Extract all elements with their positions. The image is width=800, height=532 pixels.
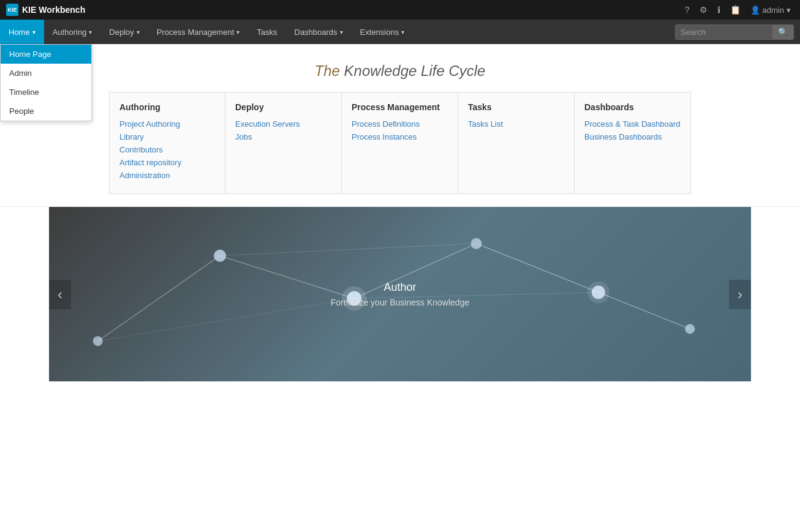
kg-col-deploy-title: Deploy	[235, 102, 331, 112]
link-process-task-dashboard[interactable]: Process & Task Dashboard	[584, 119, 681, 129]
process-management-caret-icon: ▾	[236, 29, 240, 36]
title-main: Knowledge Life Cycle	[344, 62, 486, 79]
link-execution-servers[interactable]: Execution Servers	[235, 119, 331, 129]
carousel-prev-icon: ‹	[58, 286, 62, 302]
link-business-dashboards[interactable]: Business Dashboards	[584, 132, 681, 141]
search-input[interactable]	[675, 24, 773, 40]
top-bar: KIE KIE Workbench ? ⚙ ℹ 📋 👤 admin ▾	[0, 0, 800, 20]
dashboards-caret-icon: ▾	[340, 29, 343, 36]
deploy-caret-icon: ▾	[137, 29, 140, 36]
carousel-next-button[interactable]: ›	[729, 280, 751, 309]
carousel: ‹ Author Formalize your Business Knowled…	[49, 207, 751, 381]
user-icon: 👤	[750, 6, 760, 15]
kg-col-authoring: Authoring Project Authoring Library Cont…	[109, 92, 225, 194]
nav-item-home[interactable]: Home ▾ Home Page Admin Timeline People	[0, 20, 44, 44]
kg-col-process-management: Process Management Process Definitions P…	[342, 92, 458, 194]
link-project-authoring[interactable]: Project Authoring	[119, 119, 215, 129]
user-label: admin	[763, 6, 784, 15]
home-dropdown-menu: Home Page Admin Timeline People	[0, 44, 92, 121]
kg-col-process-management-title: Process Management	[352, 102, 448, 112]
nav-item-extensions[interactable]: Extensions ▾	[352, 20, 413, 44]
search-bar: 🔍	[669, 20, 800, 44]
user-caret-icon: ▾	[787, 6, 791, 15]
link-library[interactable]: Library	[119, 132, 215, 141]
carousel-content: Author Formalize your Business Knowledge	[331, 281, 469, 307]
nav-item-deploy[interactable]: Deploy ▾	[100, 20, 148, 44]
user-menu[interactable]: 👤 admin ▾	[747, 4, 794, 16]
nav-item-tasks[interactable]: Tasks	[248, 20, 285, 44]
nav-item-process-management[interactable]: Process Management ▾	[148, 20, 248, 44]
clipboard-icon[interactable]: 📋	[727, 4, 744, 16]
carousel-next-icon: ›	[738, 286, 742, 302]
nav-authoring-label: Authoring	[53, 28, 87, 37]
nav-extensions-label: Extensions	[360, 28, 399, 37]
home-dropdown-timeline[interactable]: Timeline	[1, 83, 91, 102]
link-jobs[interactable]: Jobs	[235, 132, 331, 141]
navbar: Home ▾ Home Page Admin Timeline People A…	[0, 20, 800, 44]
authoring-caret-icon: ▾	[89, 29, 92, 36]
link-contributors[interactable]: Contributors	[119, 145, 215, 154]
carousel-subtitle: Formalize your Business Knowledge	[331, 298, 469, 307]
title-the: The	[315, 62, 344, 79]
nav-tasks-label: Tasks	[257, 28, 277, 37]
link-artifact-repository[interactable]: Artifact repository	[119, 158, 215, 167]
top-bar-icons: ? ⚙ ℹ 📋 👤 admin ▾	[682, 4, 794, 16]
app-title: KIE Workbench	[22, 5, 85, 15]
link-administration[interactable]: Administration	[119, 171, 215, 180]
link-process-instances[interactable]: Process Instances	[352, 132, 448, 141]
nav-deploy-label: Deploy	[109, 28, 134, 37]
extensions-caret-icon: ▾	[401, 29, 404, 36]
home-dropdown-homepage[interactable]: Home Page	[1, 45, 91, 64]
carousel-title: Author	[331, 281, 469, 294]
knowledge-grid: Authoring Project Authoring Library Cont…	[0, 92, 800, 207]
app-brand: KIE KIE Workbench	[6, 4, 85, 16]
home-dropdown-people[interactable]: People	[1, 102, 91, 121]
kg-col-dashboards: Dashboards Process & Task Dashboard Busi…	[575, 92, 691, 194]
nav-process-management-label: Process Management	[157, 28, 234, 37]
nav-item-dashboards[interactable]: Dashboards ▾	[286, 20, 352, 44]
search-button[interactable]: 🔍	[773, 24, 794, 40]
kg-col-tasks-title: Tasks	[468, 102, 564, 112]
kie-logo-icon: KIE	[6, 4, 18, 16]
info-icon[interactable]: ℹ	[714, 4, 723, 16]
nav-dashboards-label: Dashboards	[295, 28, 338, 37]
kg-col-deploy: Deploy Execution Servers Jobs	[225, 92, 342, 194]
kg-col-tasks: Tasks Tasks List	[458, 92, 575, 194]
home-dropdown-admin[interactable]: Admin	[1, 64, 91, 83]
main-content: The Knowledge Life Cycle Authoring Proje…	[0, 44, 800, 532]
gear-icon[interactable]: ⚙	[696, 4, 711, 16]
carousel-prev-button[interactable]: ‹	[49, 280, 71, 309]
nav-home-label: Home	[9, 28, 30, 37]
home-caret-icon: ▾	[32, 29, 36, 36]
link-process-definitions[interactable]: Process Definitions	[352, 119, 448, 129]
help-icon[interactable]: ?	[682, 4, 693, 16]
kg-col-authoring-title: Authoring	[119, 102, 215, 112]
kg-col-dashboards-title: Dashboards	[584, 102, 681, 112]
link-tasks-list[interactable]: Tasks List	[468, 119, 564, 129]
nav-item-authoring[interactable]: Authoring ▾	[44, 20, 101, 44]
knowledge-lifecycle-title: The Knowledge Life Cycle	[0, 44, 800, 92]
